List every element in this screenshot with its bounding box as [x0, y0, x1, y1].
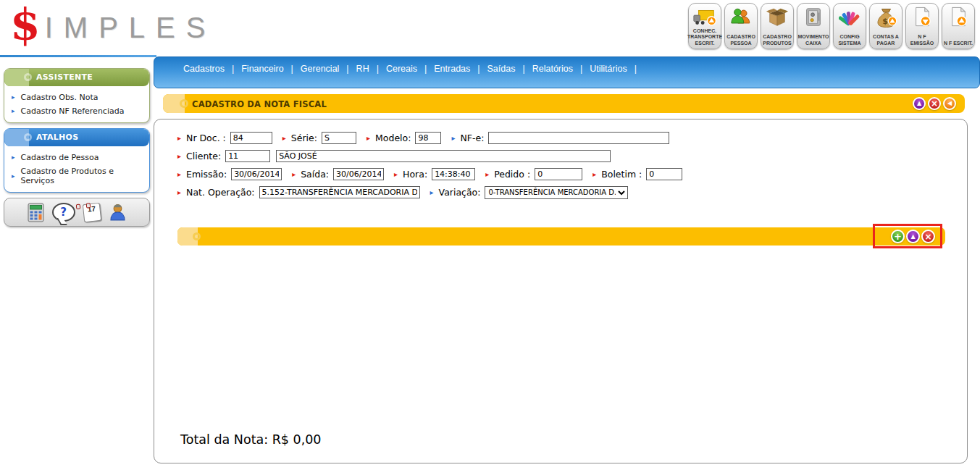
cliente-name-input[interactable]: [276, 150, 611, 162]
plus-icon: +: [894, 232, 902, 241]
menu-item-financeiro[interactable]: Financeiro: [241, 64, 283, 74]
up-arrow-icon: ▲: [910, 234, 915, 240]
app-window: $ IMPLES CONHEC. TRANSPORTE ESCRIT.: [0, 0, 980, 470]
saida-input[interactable]: [333, 168, 384, 180]
cliente-code-input[interactable]: [225, 150, 270, 162]
toolbar-button-cadastro-pessoa[interactable]: CADASTRO PESSOA: [724, 3, 758, 49]
items-collapse-up-button[interactable]: ▲: [906, 230, 920, 243]
main-menu-bar: Cadastros | Financeiro | Gerencial | RH …: [154, 56, 980, 88]
sidebar-item-cadastro-obs-nota[interactable]: ▸ Cadastro Obs. Nota: [12, 91, 145, 104]
nat-operacao-input[interactable]: [259, 186, 420, 198]
field-pedido: ▸ Pedido :: [485, 168, 582, 180]
boletim-label: Boletim :: [601, 169, 642, 180]
quick-access-bar: ? 17: [4, 198, 150, 227]
nfe-input[interactable]: [488, 132, 669, 144]
toolbar-button-cadastro-produtos[interactable]: CADASTRO PRODUTOS: [761, 3, 794, 49]
calendar-icon[interactable]: 17: [82, 202, 101, 222]
nr-doc-input[interactable]: [230, 132, 272, 144]
toolbar-button-config-sistema[interactable]: CONFIG SISTEMA: [833, 3, 866, 49]
menu-separator: |: [346, 64, 348, 74]
required-bullet-icon: ▸: [177, 171, 181, 178]
toolbar-button-contas-a-pagar[interactable]: $ CONTAS A PAGAR: [869, 3, 902, 49]
modelo-input[interactable]: [415, 132, 441, 144]
menu-item-relatorios[interactable]: Relatórios: [532, 64, 573, 74]
required-bullet-icon: ▸: [177, 135, 181, 142]
title-bar-ring-ornament: [180, 99, 188, 108]
atalhos-items: ▸ Cadastro de Pessoa ▸ Cadastro de Produ…: [4, 146, 149, 189]
page-title-bar: CADASTRO DA NOTA FISCAL ▲ × ◀: [163, 94, 965, 113]
atalhos-header: ATALHOS: [4, 129, 149, 146]
modelo-label: Modelo:: [375, 133, 411, 143]
serie-input[interactable]: [322, 132, 356, 144]
required-bullet-icon: ▸: [367, 135, 370, 142]
calculator-icon[interactable]: [28, 203, 44, 222]
emissao-input[interactable]: [231, 168, 282, 180]
form-row-1: ▸ Nr Doc. : ▸ Série: ▸ Modelo: ▸ NF-e:: [177, 131, 692, 145]
add-item-button[interactable]: +: [891, 230, 905, 243]
sidebar-item-label: Cadastro Obs. Nota: [21, 93, 99, 102]
required-bullet-icon: ▸: [485, 171, 489, 178]
required-bullet-icon: ▸: [292, 171, 296, 178]
pedido-label: Pedido :: [494, 169, 530, 180]
required-bullet-icon: ▸: [592, 171, 596, 178]
toolbar-button-nf-escrit[interactable]: N F ESCRIT.: [942, 3, 975, 49]
field-serie: ▸ Série:: [282, 132, 356, 144]
required-bullet-icon: ▸: [177, 153, 181, 160]
menu-item-utilitarios[interactable]: Utilitários: [590, 64, 627, 74]
sidebar-item-cadastro-de-pessoa[interactable]: ▸ Cadastro de Pessoa: [12, 151, 145, 164]
color-fan-icon: [839, 5, 860, 29]
required-bullet-icon: ▸: [282, 135, 286, 142]
page-title: CADASTRO DA NOTA FISCAL: [192, 99, 327, 109]
field-variacao: ▸ Variação: 0-TRANSFERÊNCIA MERCADORIA D…: [430, 186, 629, 199]
menu-separator: |: [424, 64, 427, 74]
menu-item-cereais[interactable]: Cereais: [386, 64, 417, 74]
title-bar-buttons: ▲ × ◀: [913, 97, 956, 110]
open-box-icon: [766, 5, 789, 29]
menu-item-gerencial[interactable]: Gerencial: [301, 64, 340, 74]
menu-separator: |: [580, 64, 582, 74]
menu-separator: |: [232, 64, 234, 74]
hora-input[interactable]: [432, 168, 475, 180]
toolbar-button-label: CONTAS A PAGAR: [870, 34, 902, 46]
field-nat-operacao: ▸ Nat. Operação:: [177, 186, 420, 198]
menu-item-rh[interactable]: RH: [356, 64, 369, 74]
menu-item-saidas[interactable]: Saídas: [487, 64, 516, 74]
user-icon[interactable]: [109, 203, 127, 222]
back-button[interactable]: ◀: [943, 97, 956, 110]
help-question-glyph: ?: [60, 206, 67, 219]
hora-label: Hora:: [403, 169, 427, 180]
toolbar-button-conhec-transporte-escrit[interactable]: CONHEC. TRANSPORTE ESCRIT.: [688, 3, 721, 49]
collapse-up-button[interactable]: ▲: [913, 97, 926, 110]
up-arrow-icon: ▲: [917, 101, 921, 106]
close-button[interactable]: ×: [928, 97, 941, 110]
sidebar-item-label: Cadastro de Produtos e Serviços: [21, 167, 145, 185]
emissao-label: Emissão:: [186, 169, 227, 180]
nat-operacao-label: Nat. Operação:: [186, 187, 255, 198]
variacao-select[interactable]: 0-TRANSFERÊNCIA MERCADORIA D.E: [485, 186, 628, 199]
boletim-input[interactable]: [646, 168, 682, 180]
nr-doc-label: Nr Doc. :: [186, 133, 226, 143]
pedido-input[interactable]: [535, 168, 582, 180]
sidebar-item-cadastro-nf-referenciada[interactable]: ▸ Cadastro NF Referenciada: [12, 104, 145, 118]
doc-up-icon: [948, 5, 968, 29]
menu-item-entradas[interactable]: Entradas: [434, 64, 470, 74]
menu-separator: |: [522, 64, 524, 74]
toolbar-button-nf-emissao[interactable]: N F EMISSÃO: [905, 3, 939, 49]
required-bullet-icon: ▸: [394, 171, 398, 178]
field-nr-doc: ▸ Nr Doc. :: [177, 132, 272, 144]
atalhos-ring-ornament: [24, 133, 32, 141]
items-bar-ring-ornament: [193, 232, 201, 240]
nfe-label: NF-e:: [460, 133, 484, 143]
help-icon[interactable]: ?: [52, 203, 75, 222]
menu-item-cadastros[interactable]: Cadastros: [183, 64, 225, 74]
app-logo: $ IMPLES: [10, 3, 216, 47]
total-label: Total da Nota:: [180, 432, 268, 447]
bullet-arrow-icon: ▸: [12, 173, 15, 180]
toolbar-button-movimento-caixa[interactable]: MOVIMENTO CAIXA: [797, 3, 830, 49]
variacao-label: Variação:: [439, 187, 481, 198]
atalhos-title: ATALHOS: [36, 133, 78, 142]
sidebar-item-cadastro-de-produtos-e-servicos[interactable]: ▸ Cadastro de Produtos e Serviços: [12, 164, 145, 188]
items-close-button[interactable]: ×: [921, 230, 935, 243]
truck-up-icon: [692, 5, 717, 28]
menu-separator: |: [477, 64, 479, 74]
